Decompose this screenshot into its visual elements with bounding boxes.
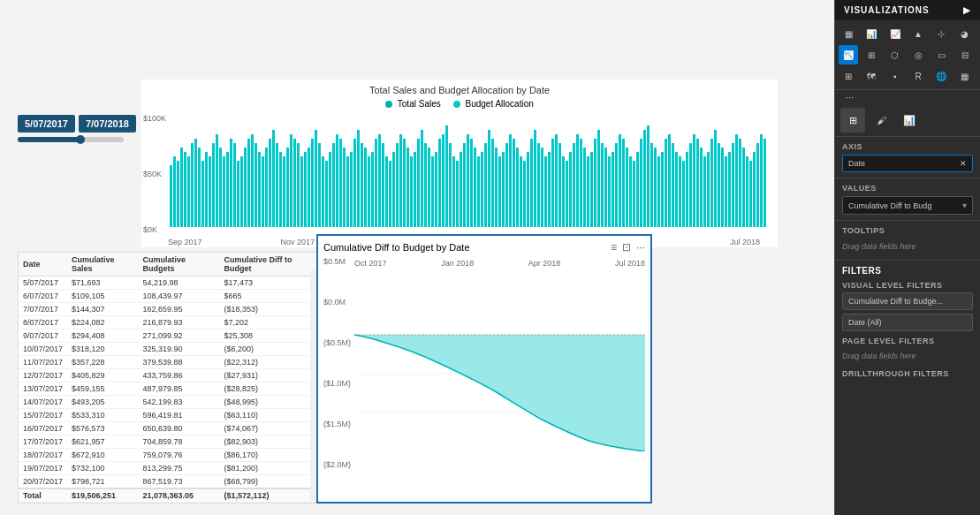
filter-date[interactable]: Date (All)	[842, 314, 973, 331]
svg-rect-89	[484, 143, 487, 227]
svg-rect-59	[378, 134, 381, 227]
svg-rect-168	[763, 139, 766, 227]
svg-rect-23	[251, 134, 254, 227]
expand-icon[interactable]: ⊡	[622, 241, 631, 254]
viz-icon-slicer[interactable]: ▦	[955, 66, 975, 86]
svg-rect-146	[686, 152, 688, 227]
legend-budget-allocation: Budget Allocation	[453, 99, 534, 109]
svg-rect-62	[389, 161, 391, 227]
svg-rect-38	[304, 152, 307, 227]
values-label: Values	[842, 184, 973, 193]
total-budgets: 21,078,363.05	[138, 488, 219, 503]
total-label: Total	[19, 488, 67, 503]
viz-icon-gauge[interactable]: ◎	[908, 45, 928, 64]
svg-rect-127	[619, 134, 621, 227]
svg-rect-100	[523, 161, 526, 227]
table-row: 17/07/2017$621,957704,859.78($82,903)	[19, 435, 317, 449]
slicer-handle[interactable]	[76, 135, 85, 144]
svg-rect-73	[428, 148, 430, 227]
svg-rect-111	[562, 156, 565, 227]
svg-rect-135	[647, 125, 650, 227]
viz-icon-combo[interactable]: 📉	[839, 45, 858, 64]
svg-rect-157	[725, 156, 727, 227]
more-icon[interactable]: ···	[636, 241, 645, 254]
axis-remove-btn[interactable]: ✕	[960, 159, 967, 168]
svg-rect-115	[576, 134, 579, 227]
table-row: 11/07/2017$357,228379,539.88($22,312)	[19, 356, 317, 369]
svg-rect-81	[456, 161, 459, 227]
svg-rect-7	[194, 139, 197, 227]
viz-icon-globe[interactable]: 🌐	[931, 66, 951, 86]
viz-icon-stacked-bar[interactable]: ▦	[839, 24, 858, 43]
viz-icon-waterfall[interactable]: ⊞	[862, 45, 881, 64]
viz-more-btn[interactable]: ···	[835, 90, 980, 104]
viz-icon-r[interactable]: R	[908, 66, 928, 86]
svg-rect-34	[290, 134, 292, 227]
viz-icon-matrix[interactable]: ⊞	[839, 66, 858, 86]
viz-icon-pie[interactable]: ◕	[955, 24, 975, 43]
viz-panel-header: VISUALIZATIONS ▶	[835, 0, 980, 20]
svg-rect-92	[495, 148, 498, 227]
svg-rect-132	[636, 152, 639, 227]
viz-icon-table[interactable]: ⊟	[955, 45, 975, 64]
drillthrough-filters-label: Drillthrough filters	[842, 369, 973, 378]
svg-rect-123	[604, 148, 607, 227]
svg-rect-117	[583, 148, 586, 227]
svg-rect-78	[445, 125, 448, 227]
svg-rect-102	[530, 139, 533, 227]
svg-rect-37	[300, 156, 303, 227]
date-slicer[interactable]: 5/07/2017 7/07/2018	[18, 115, 136, 133]
svg-rect-130	[629, 156, 632, 227]
viz-icon-bar[interactable]: 📊	[862, 24, 881, 43]
svg-rect-109	[555, 134, 558, 227]
viz-icon-treemap[interactable]: ▪	[885, 66, 905, 86]
svg-rect-31	[279, 152, 282, 227]
values-field-box[interactable]: Cumulative Diff to Budg ▾	[842, 196, 973, 215]
svg-rect-69	[414, 152, 416, 227]
svg-rect-52	[353, 139, 356, 227]
values-remove-btn[interactable]: ▾	[962, 201, 967, 210]
svg-rect-94	[502, 152, 505, 227]
viz-icon-scatter[interactable]: ⊹	[931, 24, 951, 43]
svg-rect-122	[601, 143, 604, 227]
visual-filters-label: Visual level filters	[842, 281, 973, 290]
svg-rect-113	[569, 152, 572, 227]
svg-rect-24	[254, 143, 257, 227]
table-row: 7/07/2017$144,307162,659.95($18,353)	[19, 303, 317, 316]
viz-icon-funnel[interactable]: ⬡	[885, 45, 905, 64]
svg-rect-96	[509, 134, 512, 227]
table-row: 10/07/2017$318,120325,319.90($6,200)	[19, 343, 317, 356]
start-date-badge[interactable]: 5/07/2017	[18, 115, 75, 133]
svg-rect-128	[622, 139, 625, 227]
table-row: 15/07/2017$533,310596,419.81($63,110)	[19, 409, 317, 422]
fields-tab[interactable]: ⊞	[840, 108, 865, 133]
svg-rect-65	[399, 134, 402, 227]
svg-rect-11	[209, 156, 211, 227]
svg-rect-12	[212, 143, 215, 227]
filter-cumulative-diff[interactable]: Cumulative Diff to Budge...	[842, 292, 973, 310]
svg-rect-83	[463, 143, 466, 227]
bottom-chart-svg	[354, 257, 645, 451]
hamburger-icon[interactable]: ≡	[611, 241, 617, 254]
svg-rect-64	[396, 143, 399, 227]
svg-rect-103	[534, 130, 536, 227]
svg-rect-60	[382, 143, 384, 227]
svg-rect-159	[732, 143, 734, 227]
date-slicer-track[interactable]	[18, 137, 124, 142]
svg-rect-79	[449, 143, 452, 227]
viz-icon-line[interactable]: 📈	[885, 24, 905, 43]
viz-icon-card[interactable]: ▭	[931, 45, 951, 64]
end-date-badge[interactable]: 7/07/2018	[79, 115, 136, 133]
filters-section: FILTERS Visual level filters Cumulative …	[835, 261, 980, 386]
viz-icon-area[interactable]: ▲	[908, 24, 928, 43]
axis-value-box[interactable]: Date ✕	[842, 155, 973, 172]
format-tab[interactable]: 🖌	[869, 108, 893, 133]
svg-rect-156	[721, 148, 724, 227]
svg-rect-75	[435, 152, 437, 227]
data-table: Date Cumulative Sales Cumulative Budgets…	[18, 252, 318, 504]
viz-icon-map[interactable]: 🗺	[862, 66, 881, 86]
svg-rect-45	[329, 152, 331, 227]
analytics-tab[interactable]: 📊	[897, 108, 922, 133]
viz-panel-chevron[interactable]: ▶	[963, 5, 971, 15]
svg-rect-55	[364, 148, 367, 227]
